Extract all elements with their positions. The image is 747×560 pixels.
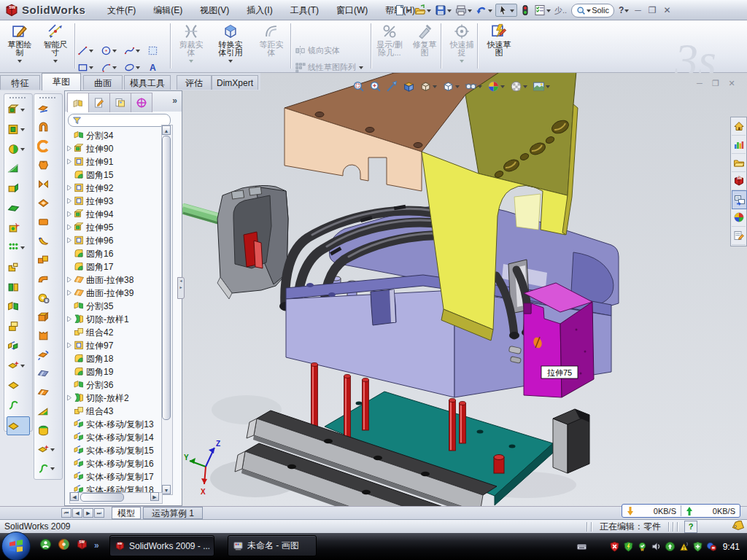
shield-plus-tray-icon[interactable] (692, 541, 703, 552)
menu-item[interactable]: 视图(V) (191, 4, 238, 17)
scroll-left-button[interactable]: ◀ (70, 492, 79, 501)
stack-y-button[interactable] (7, 318, 29, 334)
circle-tool-button[interactable] (101, 43, 117, 58)
home-tab[interactable] (732, 117, 746, 136)
bow-o-button[interactable] (37, 176, 59, 192)
appearance-button[interactable] (487, 80, 506, 93)
undo-button[interactable] (475, 4, 494, 17)
trim-button[interactable]: 剪裁实体 (172, 22, 210, 70)
nav-first-button[interactable]: ⏮ (61, 508, 71, 518)
tab-command-0[interactable]: 特征 (0, 75, 40, 90)
diam-star-button[interactable] (37, 441, 59, 457)
design-library-tab[interactable] (732, 136, 746, 154)
grid-dots-button[interactable] (7, 239, 29, 255)
doc-restore-button[interactable]: ❐ (708, 79, 724, 88)
ellipse-tool-button[interactable] (124, 60, 141, 74)
featuremanager-tab[interactable] (67, 93, 89, 112)
wheel-x-button[interactable] (37, 289, 59, 306)
tree-item[interactable]: 圆角17 (66, 260, 113, 273)
search-input[interactable]: Solic (571, 4, 614, 18)
diam-arrows-button[interactable] (7, 338, 29, 354)
diam-y-button[interactable] (7, 377, 29, 393)
quicksnap-button[interactable]: 快速捕捉 (445, 22, 479, 70)
offset-button[interactable]: 等距实体 (252, 22, 290, 70)
arrows-o-button[interactable] (37, 346, 59, 362)
ball-g-button[interactable] (37, 422, 59, 438)
model-tab[interactable]: 运动算例 1 (143, 507, 203, 519)
line-tool-button[interactable] (77, 43, 94, 58)
tree-item[interactable]: 拉伸91 (66, 155, 113, 168)
menu-item[interactable]: 窗口(W) (328, 4, 376, 17)
scene-photo-button[interactable] (533, 80, 551, 93)
browser-ball-quicklaunch-icon[interactable] (58, 538, 70, 553)
tree-item[interactable]: 拉伸95 (66, 221, 113, 234)
box-spark-button[interactable] (7, 219, 29, 236)
tree-item[interactable]: 实体-移动/复制16 (66, 457, 154, 470)
menu-item[interactable]: 文件(F) (98, 4, 144, 17)
window-close-button[interactable]: ✕ (664, 5, 671, 15)
tree-vertical-scrollbar[interactable]: ▲ ▼ (161, 125, 173, 495)
tree-item[interactable]: 实体-移动/复制17 (66, 470, 154, 483)
mirror-button[interactable]: 镜向实体 (295, 43, 382, 58)
tab-command-3[interactable]: 模具工具 (124, 75, 171, 90)
dimxpertmanager-tab[interactable] (131, 93, 152, 112)
window-minimize-button[interactable]: ─ (635, 5, 641, 15)
shirt-o-button[interactable] (37, 157, 59, 173)
update-green-tray-icon[interactable] (665, 541, 676, 552)
scene-ball-button[interactable] (510, 80, 528, 93)
tab-dimxpert[interactable]: DimXpert (212, 75, 258, 90)
spline-tool-button[interactable] (124, 43, 141, 58)
doc-close-button[interactable]: ✕ (724, 79, 740, 88)
tree-item[interactable]: 实体-移动/复制13 (66, 418, 154, 431)
rectangle-tool-button[interactable] (77, 60, 94, 74)
menu-item[interactable]: 编辑(E) (144, 4, 191, 17)
tree-item[interactable]: 实体-移动/复制14 (66, 431, 154, 444)
tree-item[interactable]: 分割35 (66, 300, 113, 313)
taskbar-button[interactable]: SWSolidWorks 2009 - ... (109, 535, 214, 556)
scroll-up-button[interactable]: ▲ (162, 125, 171, 135)
squiggle-g-button[interactable] (7, 397, 29, 413)
swoosh-b-button[interactable] (37, 100, 59, 116)
arc-tool-button[interactable] (101, 60, 117, 74)
view-orientation-button[interactable] (419, 80, 438, 93)
section-view-button[interactable] (403, 80, 415, 93)
squiggle-g-button[interactable] (37, 460, 59, 476)
tree-item[interactable]: 拉伸97 (66, 339, 113, 352)
panel-collapse-handle[interactable]: ◂▸ (177, 277, 185, 299)
diam-o-button[interactable] (37, 195, 59, 211)
file-explorer-tab[interactable] (732, 154, 746, 172)
tree-item[interactable]: 拉伸93 (66, 195, 113, 208)
tree-item[interactable]: 圆角15 (66, 168, 113, 182)
arch-o-button[interactable] (37, 119, 59, 135)
new-document-button[interactable] (393, 4, 412, 17)
banana-o-button[interactable] (37, 233, 59, 249)
tree-item[interactable]: 实体-移动/复制15 (66, 444, 154, 457)
sketch-draw-button[interactable]: 草图绘制 (3, 22, 36, 70)
traffic-light-button[interactable] (519, 4, 532, 17)
warn-antenna-tray-icon[interactable]: ! (678, 541, 689, 552)
custom-properties-tab[interactable] (732, 227, 746, 245)
scroll-down-button[interactable]: ▼ (162, 485, 171, 494)
tree-item[interactable]: 圆角16 (66, 247, 113, 260)
start-button[interactable] (1, 532, 31, 560)
tree-item[interactable]: 切除-放样2 (66, 392, 129, 405)
quicklaunch-overflow[interactable]: » (94, 540, 99, 551)
tree-item[interactable]: 圆角18 (66, 352, 113, 365)
tree-item[interactable]: 组合43 (66, 405, 113, 418)
diam-star-button[interactable] (7, 357, 29, 373)
elbow-o-button[interactable] (37, 271, 59, 287)
slab-g-button[interactable] (7, 200, 29, 216)
repair-button[interactable]: 修复草图 (407, 22, 442, 70)
sheet-o-button[interactable] (37, 384, 59, 400)
tree-item[interactable]: 分割34 (66, 129, 113, 142)
balls-pair-tray-icon[interactable] (706, 541, 717, 552)
display-style-button[interactable] (442, 80, 460, 93)
nav-last-button[interactable]: ⏭ (94, 508, 104, 518)
zoom-fit-button[interactable] (369, 80, 382, 93)
print-button[interactable] (454, 4, 473, 17)
zoom-box-button[interactable] (352, 80, 365, 93)
l-blocks-button[interactable] (7, 259, 29, 275)
measure-button[interactable] (7, 416, 30, 435)
configurationmanager-tab[interactable] (109, 93, 131, 112)
tree-item[interactable]: 拉伸92 (66, 182, 113, 195)
